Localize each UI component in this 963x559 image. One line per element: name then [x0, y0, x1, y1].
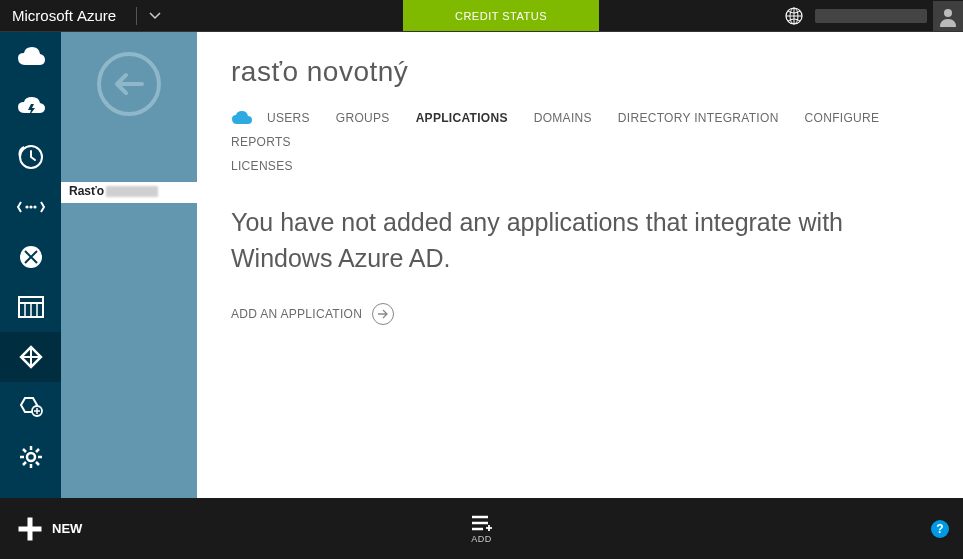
- question-icon: ?: [936, 522, 943, 536]
- svg-point-4: [25, 205, 28, 208]
- rail-item-vm[interactable]: [0, 82, 61, 132]
- add-application-label: ADD AN APPLICATION: [231, 307, 362, 321]
- add-button[interactable]: ADD: [471, 514, 493, 544]
- person-icon: [937, 5, 959, 27]
- new-button-label: NEW: [52, 521, 82, 536]
- chevron-down-icon: [149, 12, 161, 20]
- list-add-icon: [471, 514, 493, 532]
- account-avatar[interactable]: [933, 1, 963, 31]
- page-title: rasťo novotný: [231, 56, 929, 88]
- diamond-icon: [18, 344, 44, 370]
- rail-item-cloud-services[interactable]: [0, 182, 61, 232]
- redacted-text: [106, 186, 158, 197]
- tab-directory-integration[interactable]: DIRECTORY INTEGRATION: [618, 106, 779, 130]
- plus-icon: [18, 517, 42, 541]
- bottom-bar: NEW ADD ?: [0, 498, 963, 559]
- brand-ms: Microsoft: [12, 7, 73, 24]
- tab-bar: USERS GROUPS APPLICATIONS DOMAINS DIRECT…: [231, 106, 929, 178]
- svg-point-6: [33, 205, 36, 208]
- rail-item-storage[interactable]: [0, 282, 61, 332]
- tab-configure[interactable]: CONFIGURE: [805, 106, 880, 130]
- cloud-icon: [16, 45, 46, 69]
- main-content: rasťo novotný USERS GROUPS APPLICATIONS …: [197, 32, 963, 498]
- directory-item-label: Rasťo: [69, 184, 104, 198]
- brand-separator: [136, 7, 137, 25]
- gear-icon: [18, 444, 44, 470]
- top-right: [779, 0, 963, 31]
- arrow-left-icon: [112, 72, 146, 96]
- arrow-right-circle-icon: [372, 303, 394, 325]
- svg-point-5: [29, 205, 32, 208]
- rail-item-web[interactable]: [0, 32, 61, 82]
- brand[interactable]: Microsoft Azure: [0, 0, 128, 31]
- table-icon: [18, 296, 44, 318]
- tab-domains[interactable]: DOMAINS: [534, 106, 592, 130]
- rail-item-active-directory[interactable]: [0, 332, 61, 382]
- directory-item[interactable]: Rasťo: [61, 182, 197, 203]
- brand-azure: Azure: [77, 7, 116, 24]
- top-bar: Microsoft Azure CREDIT STATUS: [0, 0, 963, 32]
- credit-status-button[interactable]: CREDIT STATUS: [403, 0, 599, 31]
- rail-item-sql[interactable]: [0, 232, 61, 282]
- empty-state-message: You have not added any applications that…: [231, 204, 891, 277]
- workspace: Rasťo rasťo novotný USERS GROUPS APPLICA…: [0, 32, 963, 498]
- nav-rail: [0, 32, 61, 498]
- globe-arrows-icon: [18, 244, 44, 270]
- clock-swirl-icon: [18, 144, 44, 170]
- account-email[interactable]: [815, 9, 927, 23]
- rail-item-mobile[interactable]: [0, 132, 61, 182]
- tab-applications[interactable]: APPLICATIONS: [416, 106, 508, 130]
- tab-licenses[interactable]: LICENSES: [231, 154, 293, 178]
- subscription-dropdown[interactable]: [143, 8, 167, 24]
- tab-groups[interactable]: GROUPS: [336, 106, 390, 130]
- credit-status-label: CREDIT STATUS: [455, 10, 547, 22]
- hex-plus-icon: [18, 396, 44, 418]
- rail-item-addons[interactable]: [0, 382, 61, 432]
- rail-item-settings[interactable]: [0, 432, 61, 482]
- language-button[interactable]: [779, 1, 809, 31]
- new-button[interactable]: NEW: [0, 498, 100, 559]
- back-button[interactable]: [97, 52, 161, 116]
- tab-users[interactable]: USERS: [267, 106, 310, 130]
- quickstart-icon[interactable]: [231, 110, 253, 126]
- tab-reports[interactable]: REPORTS: [231, 130, 291, 154]
- globe-icon: [785, 7, 803, 25]
- svg-point-19: [27, 453, 35, 461]
- add-button-label: ADD: [471, 534, 492, 544]
- help-button[interactable]: ?: [931, 520, 949, 538]
- ellipsis-angle-icon: [17, 200, 45, 214]
- svg-point-2: [944, 9, 952, 17]
- add-application-link[interactable]: ADD AN APPLICATION: [231, 303, 394, 325]
- cloud-bolt-icon: [16, 95, 46, 119]
- subnav-panel: Rasťo: [61, 32, 197, 498]
